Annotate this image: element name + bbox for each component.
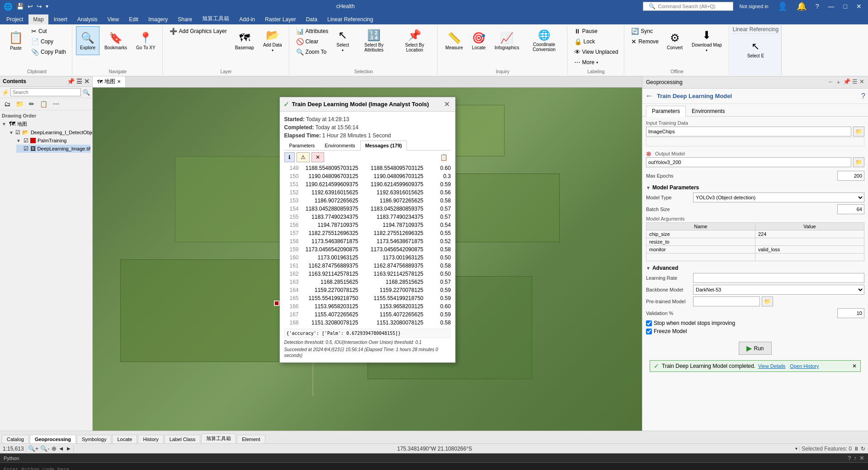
zoom-to-button[interactable]: 🔍 Zoom To (293, 47, 332, 57)
table-tool[interactable]: 📋 (38, 99, 50, 109)
contents-search-input[interactable] (10, 88, 81, 96)
cut-button[interactable]: ✂ Cut (28, 26, 69, 36)
tree-item-dl-image[interactable]: ☑ 🖼 DeepLearning_Image.tif (16, 145, 90, 153)
tab-map[interactable]: Map (28, 14, 48, 24)
locate-button[interactable]: 🎯 Locate (468, 26, 490, 55)
paste-button[interactable]: 📋 Paste (5, 26, 27, 55)
map-tab-close-icon[interactable]: ✕ (117, 79, 121, 84)
run-button[interactable]: ▶ Run (739, 342, 771, 355)
output-model-field[interactable] (646, 157, 851, 167)
select-button[interactable]: ↖ Select ▾ (332, 26, 353, 55)
sync-button[interactable]: 🔄 Sync (628, 26, 662, 36)
explore-button[interactable]: 🔍 Explore (76, 26, 99, 55)
model-arg-name-input[interactable] (649, 239, 752, 244)
model-arg-value-input[interactable] (758, 239, 861, 244)
tab-linear-ref[interactable]: Linear Referencing (323, 14, 377, 24)
gp-pin-icon[interactable]: 📌 (843, 78, 850, 86)
gp-close-icon[interactable]: ✕ (859, 78, 864, 86)
coordinate-conversion-button[interactable]: 🌐 Coordinate Conversion (524, 26, 564, 55)
map-canvas[interactable]: ✓ Train Deep Learning Model (Image Analy… (93, 88, 642, 431)
tab-insert[interactable]: Insert (49, 14, 72, 24)
select-by-attributes-button[interactable]: 🔢 Select By Attributes (354, 26, 394, 55)
gp-help-icon[interactable]: ? (861, 92, 865, 100)
close-btn[interactable]: ✕ (854, 2, 864, 11)
view-unplaced-button[interactable]: 👁 View Unplaced (571, 47, 622, 57)
gp-tool-back-icon[interactable]: ← (645, 91, 653, 101)
batch-size-input[interactable] (837, 204, 864, 214)
pin-icon[interactable]: 📌 (67, 78, 75, 85)
tab-data[interactable]: Data (302, 14, 322, 24)
dialog-copy-btn[interactable]: 📋 (437, 152, 451, 162)
remove-button[interactable]: ✕ Remove (628, 37, 662, 47)
quick-access-redo[interactable]: ↪ (37, 3, 42, 10)
lock-button[interactable]: 🔒 Lock (571, 37, 622, 47)
contents-search-button[interactable]: 🔍 (82, 89, 90, 96)
model-arg-value-input[interactable] (758, 231, 861, 237)
tab-project[interactable]: Project (2, 14, 28, 24)
bottom-tab-catalog[interactable]: Catalog (2, 435, 29, 443)
model-arg-value-input[interactable] (758, 247, 861, 252)
go-to-xy-button[interactable]: 📍 Go To XY (132, 26, 160, 55)
bookmarks-button[interactable]: 🔖 Bookmarks (100, 26, 131, 55)
python-input[interactable] (0, 463, 868, 470)
model-arg-name-input[interactable] (649, 231, 752, 237)
model-arg-name-input[interactable] (649, 254, 752, 260)
dialog-close-button[interactable]: ✕ (442, 100, 452, 108)
download-map-button[interactable]: ⬇ Download Map ▾ (688, 26, 726, 55)
add-graphics-layer-button[interactable]: ➕ Add Graphics Layer (166, 26, 230, 36)
checkbox-palm[interactable]: ☑ (24, 137, 28, 144)
dialog-tab-environments[interactable]: Environments (320, 141, 360, 150)
input-training-data-field[interactable] (646, 127, 851, 136)
pause-button[interactable]: ⏸ Pause (571, 26, 622, 36)
measure-button[interactable]: 📏 Measure (441, 26, 467, 55)
bottom-tab-geoprocessing[interactable]: Geoprocessing (30, 435, 76, 443)
tab-edit[interactable]: Edit (124, 14, 143, 24)
bottom-tab-symbology[interactable]: Symbology (77, 435, 111, 443)
panel-close-icon[interactable]: ✕ (84, 78, 90, 85)
gp-options-icon[interactable]: ☰ (852, 78, 858, 86)
coords-dropdown-icon[interactable]: ▾ (795, 446, 797, 451)
gp-back-icon[interactable]: ← (828, 78, 834, 86)
select-by-location-button[interactable]: 📌 Select By Location (395, 26, 434, 55)
attributes-button[interactable]: 📊 Attributes (293, 26, 332, 36)
advanced-header[interactable]: ▼ Advanced (646, 265, 864, 271)
convert-button[interactable]: ⚙ Convert (663, 26, 687, 55)
clear-button[interactable]: 🚫 Clear (293, 37, 332, 47)
python-question-icon[interactable]: ? (848, 455, 851, 461)
dialog-warn-btn[interactable]: ⚠ (297, 152, 310, 162)
gp-add-icon[interactable]: ＋ (835, 78, 841, 86)
tab-analysis[interactable]: Analysis (73, 14, 102, 24)
infographics-button[interactable]: 📈 Infographics (491, 26, 523, 55)
dialog-info-btn[interactable]: ℹ (284, 152, 295, 162)
add-layer-tool[interactable]: 🗂 (2, 99, 13, 109)
notification-icon[interactable]: 🔔 (794, 0, 809, 12)
model-arg-name-input[interactable] (649, 247, 752, 252)
learning-rate-input[interactable] (693, 273, 864, 283)
copy-path-button[interactable]: 📎 Copy Path (28, 47, 69, 57)
gp-tab-environments[interactable]: Environments (686, 106, 731, 116)
tab-raster[interactable]: Raster Layer (260, 14, 301, 24)
pretrained-model-browse[interactable]: 📁 (762, 296, 773, 306)
bottom-tab-element[interactable]: Element (237, 435, 265, 443)
status-refresh-icon[interactable]: ↻ (861, 446, 865, 452)
success-close-icon[interactable]: ✕ (852, 363, 857, 369)
validation-pct-input[interactable] (837, 308, 864, 318)
maximize-btn[interactable]: □ (841, 2, 850, 11)
bottom-tab-label-class[interactable]: Label Class (165, 435, 200, 443)
map-tab-main[interactable]: 🗺 地图 ✕ (93, 76, 126, 87)
nav-zoom-in[interactable]: 🔍+ (28, 445, 39, 452)
tree-item-dl-detect[interactable]: ▼ ☑ 📂 DeepLearning_I_DetectObjects8 (9, 128, 90, 136)
dialog-tab-parameters[interactable]: Parameters (284, 141, 320, 150)
model-arg-value-input[interactable] (758, 254, 861, 260)
quick-access-undo[interactable]: ↩ (28, 3, 33, 10)
output-model-browse[interactable]: 📁 (853, 157, 864, 167)
checkbox-dl-image[interactable]: ☑ (24, 146, 28, 152)
model-params-header[interactable]: ▼ Model Parameters (646, 184, 864, 191)
copy-button[interactable]: 📄 Copy (28, 37, 69, 47)
select-e-button[interactable]: ↖ Select E (743, 35, 768, 64)
add-data-button[interactable]: 📂 Add Data ▾ (259, 26, 286, 55)
stop-when-improves-checkbox[interactable] (646, 320, 652, 326)
command-search-bar[interactable]: 🔍 (643, 2, 733, 11)
status-pause-icon[interactable]: ⏸ (854, 446, 859, 452)
pretrained-model-input[interactable] (693, 296, 760, 306)
